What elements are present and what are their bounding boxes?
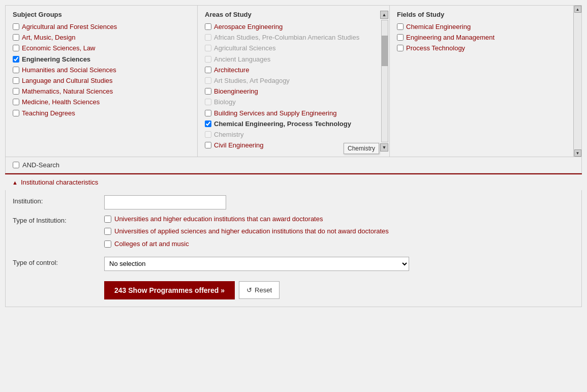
bioengineering-checkbox[interactable] [205, 88, 211, 95]
art-music-checkbox[interactable] [13, 34, 19, 41]
engineering-management-checkbox[interactable] [397, 34, 404, 41]
fields-scroll-down-button[interactable]: ▼ [574, 149, 581, 157]
art-studies-label: Art Studies, Art Pedagogy [214, 76, 290, 85]
architecture-checkbox[interactable] [205, 67, 211, 73]
type-institution-label: Type of Institution: [13, 215, 104, 224]
process-technology-checkbox[interactable] [397, 45, 404, 51]
aerospace-label[interactable]: Aerospace Engineering [214, 22, 283, 32]
art-music-label[interactable]: Art, Music, Design [22, 33, 75, 42]
african-studies-checkbox[interactable] [205, 34, 211, 41]
economic-sciences-label[interactable]: Economic Sciences, Law [22, 44, 96, 53]
medicine-label[interactable]: Medicine, Health Sciences [22, 98, 100, 107]
civil-engineering-checkbox[interactable] [205, 142, 211, 148]
architecture-label[interactable]: Architecture [214, 66, 249, 75]
chemistry-checkbox[interactable] [205, 131, 211, 138]
process-technology-label[interactable]: Process Technology [406, 44, 465, 53]
bioengineering-label[interactable]: Bioengineering [214, 87, 258, 96]
and-search-label[interactable]: AND-Search [22, 161, 59, 169]
economic-sciences-checkbox[interactable] [13, 45, 19, 51]
chemical-engineering-field-checkbox[interactable] [397, 23, 404, 30]
type-control-select[interactable]: No selection Public Private [104, 257, 409, 271]
filter-columns: Subject Groups Agricultural and Forest S… [5, 5, 582, 157]
reset-icon: ↺ [246, 286, 252, 294]
agricultural-forest-label[interactable]: Agricultural and Forest Sciences [22, 22, 117, 32]
institution-control [104, 195, 574, 209]
type-art-checkbox[interactable] [104, 240, 111, 248]
aerospace-checkbox[interactable] [205, 23, 211, 30]
civil-engineering-label[interactable]: Civil Engineering [214, 141, 264, 150]
building-services-label[interactable]: Building Services and Supply Engineering [214, 109, 336, 118]
mathematics-label[interactable]: Mathematics, Natural Sciences [22, 87, 113, 96]
type-institution-list: Universities and higher education instit… [104, 215, 574, 249]
ancient-languages-label: Ancient Languages [214, 55, 270, 64]
agricultural-forest-checkbox[interactable] [13, 23, 19, 30]
subject-groups-col: Subject Groups Agricultural and Forest S… [6, 6, 198, 157]
list-item: Economic Sciences, Law [13, 44, 190, 53]
list-item: Agricultural Sciences [205, 44, 382, 53]
chemical-engineering-checkbox[interactable] [205, 120, 211, 127]
engineering-sciences-checkbox[interactable] [13, 56, 19, 63]
and-search-checkbox[interactable] [13, 162, 19, 168]
list-item: Universities of applied sciences and hig… [104, 227, 574, 236]
institution-input[interactable] [104, 195, 226, 209]
list-item: Medicine, Health Sciences [13, 98, 190, 107]
art-studies-checkbox[interactable] [205, 77, 211, 84]
medicine-checkbox[interactable] [13, 99, 19, 105]
chemical-engineering-field-label[interactable]: Chemical Engineering [406, 22, 471, 32]
scroll-down-button[interactable]: ▼ [380, 143, 388, 152]
reset-button[interactable]: ↺ Reset [239, 281, 280, 299]
right-scrollbar: ▲ ▼ [573, 6, 581, 157]
chemical-engineering-label[interactable]: Chemical Engineering, Process Technology [214, 119, 351, 129]
engineering-sciences-label[interactable]: Engineering Sciences [22, 55, 90, 64]
list-item: Bioengineering [205, 87, 382, 96]
list-item: Engineering Sciences [13, 55, 190, 64]
african-studies-label: African Studies, Pre-Columbian American … [214, 33, 359, 42]
type-art-label[interactable]: Colleges of art and music [114, 239, 189, 249]
type-control-label: Type of control: [13, 257, 104, 266]
list-item: Teaching Degrees [13, 109, 190, 118]
type-doctoral-checkbox[interactable] [104, 216, 111, 223]
building-services-checkbox[interactable] [205, 110, 211, 116]
type-applied-label[interactable]: Universities of applied sciences and hig… [114, 227, 389, 236]
main-container: Subject Groups Agricultural and Forest S… [0, 0, 587, 392]
list-item: Language and Cultural Studies [13, 76, 190, 85]
list-item: Universities and higher education instit… [104, 215, 574, 224]
humanities-checkbox[interactable] [13, 67, 19, 73]
scroll-thumb [382, 36, 388, 66]
subject-groups-list: Agricultural and Forest Sciences Art, Mu… [13, 22, 190, 119]
institutional-section-header[interactable]: ▲ Institutional characteristics [5, 173, 582, 190]
list-item: Chemistry [205, 130, 382, 139]
scroll-track [381, 20, 388, 142]
areas-of-study-list: Aerospace Engineering African Studies, P… [205, 22, 382, 152]
fields-of-study-header: Fields of Study [397, 11, 574, 18]
type-doctoral-label[interactable]: Universities and higher education instit… [114, 215, 323, 224]
fields-of-study-list: Chemical Engineering Engineering and Man… [397, 22, 574, 55]
teaching-checkbox[interactable] [13, 110, 19, 116]
language-cultural-checkbox[interactable] [13, 77, 19, 84]
humanities-label[interactable]: Humanities and Social Sciences [22, 66, 116, 75]
type-control-row: Type of control: No selection Public Pri… [13, 257, 574, 271]
list-item: Agricultural and Forest Sciences [13, 22, 190, 32]
ancient-languages-checkbox[interactable] [205, 56, 211, 63]
scroll-up-button[interactable]: ▲ [380, 11, 388, 19]
fields-scroll-up-button[interactable]: ▲ [574, 6, 581, 13]
agricultural-sciences-checkbox[interactable] [205, 45, 211, 51]
show-programmes-button[interactable]: 243 Show Programmes offered » [104, 281, 235, 299]
reset-label: Reset [255, 286, 272, 294]
list-item: Architecture [205, 66, 382, 75]
engineering-management-label[interactable]: Engineering and Management [406, 33, 495, 42]
type-control-control: No selection Public Private [104, 257, 574, 271]
areas-of-study-header: Areas of Study [205, 11, 382, 18]
chemistry-tooltip: Chemistry [344, 143, 379, 154]
type-applied-checkbox[interactable] [104, 228, 111, 235]
teaching-label[interactable]: Teaching Degrees [22, 109, 75, 118]
language-cultural-label[interactable]: Language and Cultural Studies [22, 76, 113, 85]
fields-of-study-col: Fields of Study Chemical Engineering Eng… [390, 6, 581, 157]
biology-checkbox[interactable] [205, 99, 211, 105]
mathematics-checkbox[interactable] [13, 88, 19, 95]
biology-label: Biology [214, 98, 236, 107]
list-item: Art Studies, Art Pedagogy [205, 76, 382, 85]
institutional-section-label: Institutional characteristics [21, 178, 98, 186]
chemistry-label: Chemistry [214, 130, 244, 139]
list-item: Humanities and Social Sciences [13, 66, 190, 75]
